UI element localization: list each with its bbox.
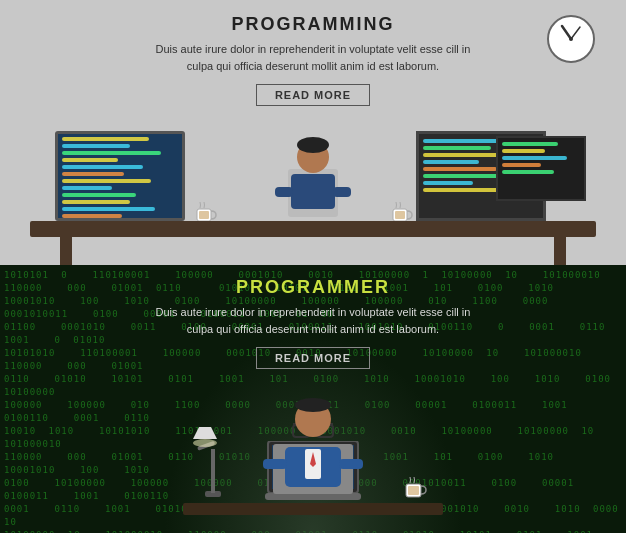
person-bottom xyxy=(263,389,363,503)
top-banner: PROGRAMMING Duis aute irure dolor in rep… xyxy=(0,0,626,265)
svg-rect-11 xyxy=(199,211,209,219)
svg-rect-28 xyxy=(263,459,287,469)
coffee-left xyxy=(195,201,215,221)
monitor-left xyxy=(55,131,185,221)
clock-icon xyxy=(546,14,596,64)
bottom-scene xyxy=(173,373,453,533)
svg-marker-17 xyxy=(193,427,217,439)
svg-rect-29 xyxy=(339,459,363,469)
desk-leg-left xyxy=(60,235,72,265)
svg-point-27 xyxy=(295,398,331,412)
svg-rect-40 xyxy=(408,486,419,495)
coffee-cup-bottom xyxy=(404,475,428,503)
top-description: Duis aute irure dolor in reprehenderit i… xyxy=(153,41,473,74)
bottom-banner: 1010101 0 110100001 100000 0001010 0010 … xyxy=(0,265,626,533)
bottom-title: PROGRAMMER xyxy=(236,277,390,298)
monitor-right-group: ↖ xyxy=(416,101,586,221)
bottom-read-more-button[interactable]: READ MORE xyxy=(256,347,370,369)
coffee-right xyxy=(391,201,411,221)
svg-rect-9 xyxy=(333,187,351,197)
svg-point-18 xyxy=(193,439,217,447)
svg-rect-5 xyxy=(291,174,335,209)
svg-rect-15 xyxy=(211,449,215,493)
desk-leg-right xyxy=(554,235,566,265)
bottom-description: Duis aute irure dolor in reprehenderit i… xyxy=(153,304,473,337)
svg-point-7 xyxy=(297,137,329,153)
top-scene: ↖ xyxy=(0,95,626,265)
top-title: PROGRAMMING xyxy=(232,14,395,35)
svg-rect-13 xyxy=(395,211,405,219)
person-top xyxy=(273,119,353,223)
svg-rect-8 xyxy=(275,187,293,197)
desk-top xyxy=(30,221,596,237)
lamp xyxy=(193,419,233,503)
